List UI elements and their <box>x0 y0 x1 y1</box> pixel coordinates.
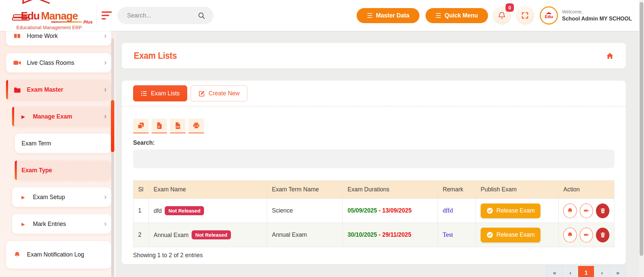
fullscreen-icon <box>521 11 529 19</box>
user-info: Welcome, School Admin MY SCHOOL <box>562 9 632 22</box>
table-row: 1 dfdNot Released Science 05/09/2025 - 1… <box>133 199 614 223</box>
sidebar-item-label: Live Class Rooms <box>27 59 104 66</box>
welcome-label: Welcome, <box>562 9 632 15</box>
caret-right-icon: ▶ <box>19 195 28 200</box>
sidebar-item-exam-setup[interactable]: ▶ Exam Setup › <box>12 187 111 207</box>
sidebar-item-exam-notification-log[interactable]: Exam Notification Log <box>6 241 111 269</box>
duration-end: - 29/11/2025 <box>378 231 411 238</box>
page-scrollbar-thumb[interactable] <box>640 2 643 256</box>
column-header-exam-term-name: Exam Term Name <box>267 181 343 199</box>
column-header-publish-exam: Publish Exam <box>476 181 559 199</box>
edit-action-button[interactable]: ✒ <box>580 228 593 242</box>
remark-text: Test <box>443 231 453 238</box>
edit-action-button[interactable]: ✒ <box>580 203 593 218</box>
excel-export-button[interactable]: x <box>152 119 167 133</box>
copy-icon <box>137 122 145 129</box>
sidebar-item-exam-master[interactable]: Exam Master › <box>6 80 111 99</box>
master-data-label: Master Data <box>376 12 409 19</box>
chevron-right-icon: › <box>104 86 107 93</box>
table-search-input[interactable] <box>133 149 614 168</box>
tab-create-new[interactable]: Create New <box>191 85 247 101</box>
exam-name-text: Annual Exam <box>154 232 189 238</box>
sidebar-item-label: Mark Entries <box>33 221 104 228</box>
brand-name-primary: Edu <box>21 10 40 22</box>
duration-start: 05/09/2025 <box>348 207 377 214</box>
quick-menu-button[interactable]: ☰ Quick Menu <box>426 8 488 23</box>
notify-action-button[interactable] <box>563 228 577 242</box>
cell-exam-term: Science <box>267 199 343 223</box>
pen-icon: ✒ <box>583 207 590 214</box>
sidebar-toggle-icon[interactable] <box>102 11 113 19</box>
delete-action-button[interactable] <box>596 203 609 218</box>
sidebar-item-live-class-rooms[interactable]: Live Class Rooms › <box>6 53 111 73</box>
status-badge: Not Released <box>192 230 231 239</box>
table-header-row: Sl Exam Name Exam Term Name Exam Duratio… <box>133 181 614 199</box>
sidebar-item-exam-term[interactable]: Exam Term <box>15 134 111 153</box>
pagination-page-1[interactable]: 1 <box>578 266 594 277</box>
search-icon[interactable] <box>198 12 205 19</box>
pagination-first-button[interactable]: « <box>547 266 563 277</box>
page-scrollbar-track[interactable] <box>639 0 644 277</box>
cell-remark: Test <box>438 223 476 247</box>
copy-export-button[interactable] <box>133 119 149 133</box>
export-toolbar: x PDF <box>133 119 614 133</box>
notification-count-badge: 0 <box>506 3 514 12</box>
svg-text:PDF: PDF <box>176 126 180 128</box>
tab-exam-lists[interactable]: Exam Lists <box>133 85 187 101</box>
cell-sl: 1 <box>133 199 149 223</box>
column-header-action: Action <box>559 181 614 199</box>
fullscreen-button[interactable] <box>516 6 534 25</box>
cell-sl: 2 <box>133 223 149 247</box>
book-icon <box>13 32 22 40</box>
global-search <box>118 7 213 24</box>
cell-actions: ✒ <box>559 223 614 247</box>
user-name: School Admin MY SCHOOL <box>562 15 632 22</box>
bell-icon <box>497 11 506 20</box>
sidebar-scrollbar-thumb[interactable] <box>111 100 114 152</box>
pagination-next-button[interactable]: › <box>594 266 610 277</box>
duration-start: 30/10/2025 <box>348 231 377 238</box>
file-pdf-icon: PDF <box>174 122 181 129</box>
global-search-input[interactable] <box>127 7 194 24</box>
card-tab-bar: Exam Lists Create New <box>122 81 626 106</box>
sidebar-item-manage-exam[interactable]: ▶ Manage Exam › <box>12 107 111 126</box>
release-exam-label: Release Exam <box>496 207 535 214</box>
release-exam-label: Release Exam <box>496 231 535 238</box>
column-header-exam-durations: Exam Durations <box>343 181 438 199</box>
chevron-right-icon: › <box>104 193 107 201</box>
caret-right-icon: ▶ <box>19 114 28 119</box>
brand-tagline: Educational Management ERP <box>12 25 86 30</box>
cell-publish: Release Exam <box>476 223 559 247</box>
pdf-export-button[interactable]: PDF <box>170 119 186 133</box>
bell-icon <box>567 232 573 238</box>
column-header-sl: Sl <box>133 181 149 199</box>
notify-action-button[interactable] <box>563 203 577 218</box>
sidebar-item-home-work[interactable]: Home Work › <box>6 31 111 46</box>
master-data-button[interactable]: ☰ Master Data <box>357 8 419 23</box>
notifications-button[interactable]: 0 <box>492 6 511 25</box>
remark-text: dffd <box>443 207 453 214</box>
brand-logo[interactable]: Edu Manage Plus Educational Management E… <box>0 0 96 31</box>
file-excel-icon: x <box>156 122 163 129</box>
sidebar-scrollbar-track[interactable] <box>111 38 114 277</box>
page-title: Exam Lists <box>134 51 177 61</box>
bell-icon <box>567 207 573 214</box>
print-export-button[interactable] <box>189 119 204 133</box>
release-exam-button[interactable]: Release Exam <box>481 203 540 218</box>
menu-bars-icon: ☰ <box>436 12 441 19</box>
release-exam-button[interactable]: Release Exam <box>481 228 540 242</box>
chevron-right-icon: › <box>104 113 107 120</box>
user-avatar[interactable]: Edu <box>540 6 558 25</box>
trash-icon <box>600 207 606 214</box>
pagination-prev-button[interactable]: ‹ <box>562 266 578 277</box>
top-bar: Edu Manage Plus Educational Management E… <box>0 0 644 31</box>
delete-action-button[interactable] <box>596 228 609 242</box>
sidebar-item-exam-type[interactable]: Exam Type <box>15 160 111 180</box>
print-icon <box>193 122 200 129</box>
home-breadcrumb-button[interactable] <box>606 52 614 60</box>
sidebar-item-label: Manage Exam <box>33 113 104 120</box>
sidebar-item-label: Exam Type <box>22 167 107 174</box>
sidebar-item-mark-entries[interactable]: ▶ Mark Entries › <box>12 214 111 234</box>
pagination-last-button[interactable]: » <box>610 266 626 277</box>
table-summary: Showing 1 to 2 of 2 entries <box>133 252 614 259</box>
